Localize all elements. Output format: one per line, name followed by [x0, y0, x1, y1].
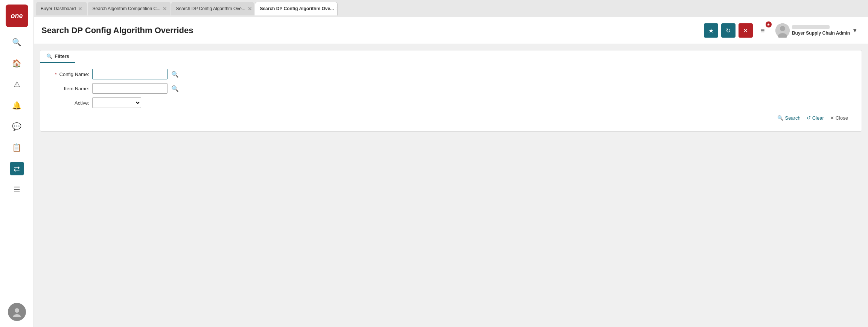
sidebar-item-alert[interactable]: ⚠ — [10, 78, 24, 91]
sidebar-item-messages[interactable]: 💬 — [10, 120, 24, 133]
svg-point-3 — [780, 26, 785, 31]
main: Buyer Dashboard ✕ Search Algorithm Compe… — [34, 0, 868, 327]
tab-close-search-algorithm[interactable]: ✕ — [163, 6, 167, 12]
refresh-button[interactable]: ↻ — [721, 23, 736, 38]
item-name-search-icon[interactable]: 🔍 — [171, 84, 180, 93]
notification-area: ≡ ★ — [756, 24, 769, 37]
item-name-input[interactable] — [92, 83, 168, 94]
tabs-bar: Buyer Dashboard ✕ Search Algorithm Compe… — [34, 0, 868, 17]
filters-tab-label: Filters — [55, 53, 69, 59]
sidebar-item-home[interactable]: 🏠 — [10, 56, 24, 70]
tab-close-dp-config-1[interactable]: ✕ — [248, 6, 252, 12]
sidebar-item-transfers[interactable]: ⇄ — [10, 162, 24, 175]
tab-close-dp-config-2[interactable]: ✕ — [336, 6, 338, 12]
config-name-input[interactable] — [92, 69, 168, 79]
active-row: Active: Yes No — [48, 97, 854, 108]
config-name-search-icon[interactable]: 🔍 — [171, 70, 180, 79]
item-name-label: Item Name: — [48, 86, 89, 91]
sidebar-item-menu[interactable]: ☰ — [10, 183, 24, 196]
tab-buyer-dashboard[interactable]: Buyer Dashboard ✕ — [36, 2, 87, 15]
filter-actions: 🔍 Search ↺ Clear ✕ Close — [48, 112, 854, 124]
filter-icon: 🔍 — [46, 53, 52, 59]
sidebar-icons: 🔍 🏠 ⚠ 🔔 💬 📋 ⇄ ☰ — [10, 35, 24, 303]
tab-close-buyer-dashboard[interactable]: ✕ — [78, 6, 82, 12]
user-avatar-header — [775, 23, 790, 38]
header-actions: ★ ↻ ✕ ≡ ★ Buyer Supply Chain Admin — [704, 22, 860, 39]
content-area: 🔍 Filters * Config Name: 🔍 — [34, 44, 868, 327]
search-link-label: Search — [785, 115, 800, 121]
filters-panel: 🔍 Filters * Config Name: 🔍 — [40, 50, 862, 132]
filters-tab[interactable]: 🔍 Filters — [40, 50, 75, 63]
sidebar-item-notifications[interactable]: 🔔 — [10, 99, 24, 112]
clear-link-icon: ↺ — [807, 115, 811, 121]
config-name-label: * Config Name: — [48, 71, 89, 77]
tab-label: Search Algorithm Competition C... — [92, 6, 160, 11]
config-name-row: * Config Name: 🔍 — [48, 69, 854, 79]
user-role: Buyer Supply Chain Admin — [792, 30, 850, 36]
user-name-blurred — [792, 25, 830, 29]
tab-search-algorithm[interactable]: Search Algorithm Competition C... ✕ — [88, 2, 171, 15]
sidebar-bottom — [8, 303, 26, 321]
user-info: Buyer Supply Chain Admin — [792, 25, 850, 36]
dropdown-arrow-icon: ▼ — [852, 27, 857, 33]
clear-link[interactable]: ↺ Clear — [807, 115, 824, 121]
active-label: Active: — [48, 100, 89, 106]
tab-label: Buyer Dashboard — [41, 6, 76, 11]
svg-point-1 — [13, 314, 21, 317]
sidebar-item-search[interactable]: 🔍 — [10, 35, 24, 49]
tab-label: Search DP Config Algorithm Ove... — [176, 6, 245, 11]
close-page-button[interactable]: ✕ — [739, 23, 753, 38]
filters-body: * Config Name: 🔍 Item Name: 🔍 — [40, 63, 862, 131]
sidebar-item-documents[interactable]: 📋 — [10, 141, 24, 154]
active-select[interactable]: Yes No — [92, 97, 141, 108]
svg-point-0 — [15, 308, 19, 313]
logo[interactable]: one — [6, 5, 28, 27]
close-link-label: Close — [836, 115, 848, 121]
tab-search-dp-config-1[interactable]: Search DP Config Algorithm Ove... ✕ — [171, 2, 254, 15]
required-indicator: * — [55, 71, 57, 77]
close-link-icon: ✕ — [830, 115, 834, 121]
item-name-row: Item Name: 🔍 — [48, 83, 854, 94]
favorite-button[interactable]: ★ — [704, 23, 718, 38]
clear-link-label: Clear — [812, 115, 824, 121]
user-dropdown[interactable]: Buyer Supply Chain Admin ▼ — [772, 22, 860, 39]
page-title: Search DP Config Algorithm Overrides — [41, 26, 699, 35]
header: Search DP Config Algorithm Overrides ★ ↻… — [34, 17, 868, 44]
tab-search-dp-config-2[interactable]: Search DP Config Algorithm Ove... ✕ — [255, 2, 338, 15]
close-link[interactable]: ✕ Close — [830, 115, 848, 121]
user-avatar-sidebar[interactable] — [8, 303, 26, 321]
notification-badge: ★ — [766, 21, 772, 27]
search-link-icon: 🔍 — [777, 115, 783, 121]
sidebar: one 🔍 🏠 ⚠ 🔔 💬 📋 ⇄ ☰ — [0, 0, 34, 327]
tab-label: Search DP Config Algorithm Ove... — [260, 6, 334, 11]
search-link[interactable]: 🔍 Search — [777, 115, 800, 121]
